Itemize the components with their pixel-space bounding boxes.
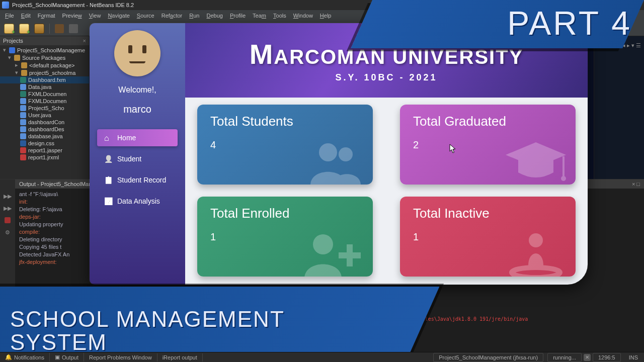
- projects-panel-close-icon[interactable]: ×: [83, 38, 86, 44]
- nav-data-analysis[interactable]: Data Analysis: [97, 193, 178, 210]
- nav-label: Data Analysis: [117, 197, 160, 205]
- tree-file[interactable]: design.css: [28, 140, 54, 146]
- app-icon: [2, 2, 9, 9]
- status-tab-notifications[interactable]: 🔔 Notifications: [0, 353, 50, 361]
- nav-home[interactable]: Home: [97, 129, 178, 146]
- java-icon: [20, 133, 26, 139]
- home-icon: [104, 134, 112, 142]
- java-icon: [20, 84, 26, 90]
- tree-default-pkg[interactable]: <default package>: [29, 62, 75, 68]
- svg-rect-7: [339, 252, 361, 258]
- toolbar-separator: [49, 24, 50, 34]
- card-title: Total Enrolled: [210, 206, 360, 221]
- dashboard-cards: Total Students 4 Total Graduated 2 Total…: [197, 105, 576, 277]
- card-total-inactive[interactable]: Total Inactive 1: [400, 197, 576, 277]
- menu-tools[interactable]: Tools: [270, 12, 289, 20]
- output-panel-close-icon[interactable]: × □: [632, 181, 640, 187]
- nav-student[interactable]: Student: [97, 150, 178, 167]
- card-total-graduated[interactable]: Total Graduated 2: [400, 105, 576, 185]
- chart-icon: [104, 197, 112, 205]
- tree-file[interactable]: Dashboard.fxm: [28, 77, 66, 83]
- status-tab-ireport[interactable]: iReport output: [157, 353, 203, 361]
- card-title: Total Inactive: [413, 206, 562, 221]
- new-file-button[interactable]: [4, 24, 14, 34]
- user-plus-icon: [300, 229, 366, 277]
- stop-icon[interactable]: [3, 216, 12, 225]
- username-label: marco: [123, 104, 151, 115]
- editor-tab-close[interactable]: ✕: [560, 23, 589, 38]
- tree-file[interactable]: dashboardDes: [28, 126, 64, 132]
- svg-point-1: [339, 147, 353, 161]
- welcome-label: Welcome!,: [118, 85, 156, 95]
- projects-panel-header: Projects ×: [0, 36, 89, 45]
- menu-navigate[interactable]: Navigate: [105, 12, 132, 20]
- tree-root[interactable]: Project5_SchoolManageme: [17, 47, 85, 53]
- menu-help[interactable]: Help: [317, 12, 335, 20]
- card-total-enrolled[interactable]: Total Enrolled 1: [197, 197, 373, 277]
- settings-icon[interactable]: ⚙: [3, 228, 12, 237]
- rerun-icon[interactable]: ▶▶: [3, 204, 12, 213]
- project-tree[interactable]: ▾Project5_SchoolManageme ▾Source Package…: [0, 45, 89, 162]
- app-window: Welcome!, marco Home Student Student Rec…: [90, 23, 588, 285]
- status-insert-mode: INS: [623, 354, 644, 360]
- output-panel-title: Output - Project5_SchoolManage: [19, 181, 101, 187]
- tree-file[interactable]: Data.java: [28, 84, 51, 90]
- window-title: Project5_SchoolManagement - NetBeans IDE…: [12, 2, 134, 8]
- svg-point-4: [561, 176, 566, 181]
- package-icon: [21, 62, 27, 68]
- status-tab-report-problems[interactable]: Report Problems Window: [84, 353, 157, 361]
- tree-file[interactable]: FXMLDocumen: [28, 91, 66, 97]
- tree-file[interactable]: report1.jasper: [28, 147, 62, 153]
- java-icon: [20, 112, 26, 118]
- tree-file[interactable]: database.java: [28, 133, 63, 139]
- tree-file[interactable]: FXMLDocumen: [28, 98, 66, 104]
- menu-run[interactable]: Run: [186, 12, 202, 20]
- tree-file[interactable]: User.java: [28, 112, 51, 118]
- menu-view[interactable]: View: [86, 12, 104, 20]
- app-main: MARCOMAN UNIVERSITY S.Y. 10BC - 2021 Tot…: [185, 23, 588, 285]
- java-icon: [20, 126, 26, 132]
- java-icon: [20, 98, 26, 104]
- nav-label: Student: [117, 155, 141, 163]
- report-icon: [20, 154, 26, 160]
- tree-pkg[interactable]: project5_schoolma: [29, 70, 75, 76]
- tree-src[interactable]: Source Packages: [22, 55, 65, 61]
- new-project-button[interactable]: [19, 24, 29, 34]
- package-icon: [21, 70, 27, 76]
- fxml-icon: [20, 77, 26, 83]
- nav-label: Student Record: [117, 176, 166, 184]
- nav-student-record[interactable]: Student Record: [97, 171, 178, 189]
- menu-debug[interactable]: Debug: [203, 12, 225, 20]
- menu-window[interactable]: Window: [290, 12, 316, 20]
- toolbar-icon[interactable]: [55, 24, 64, 33]
- open-project-button[interactable]: [34, 24, 44, 34]
- console-count: COUNT: 10: [40, 324, 67, 330]
- menu-file[interactable]: File: [2, 12, 17, 20]
- toolbar-icon[interactable]: [69, 24, 78, 33]
- svg-point-0: [319, 143, 337, 161]
- tree-file[interactable]: report1.jrxml: [28, 154, 59, 160]
- status-cancel-icon[interactable]: ✕: [584, 354, 591, 361]
- app-header: MARCOMAN UNIVERSITY S.Y. 10BC - 2021: [185, 23, 588, 98]
- rerun-icon[interactable]: ▶▶: [3, 192, 12, 201]
- card-title: Total Students: [210, 114, 360, 129]
- menu-bar: File Edit Format Preview View Navigate S…: [0, 10, 644, 21]
- users-icon: [305, 137, 366, 185]
- java-icon: [20, 119, 26, 125]
- editor-nav-arrows[interactable]: ◂ ▸ ▾ ☰: [622, 42, 641, 49]
- tree-file[interactable]: dashboardCon: [28, 119, 64, 125]
- status-tab-output[interactable]: ▣ Output: [50, 353, 84, 361]
- svg-point-8: [512, 267, 560, 277]
- menu-format[interactable]: Format: [35, 12, 58, 20]
- menu-source[interactable]: Source: [134, 12, 157, 20]
- tree-file[interactable]: Project5_Scho: [28, 105, 64, 111]
- school-year: S.Y. 10BC - 2021: [335, 72, 437, 83]
- menu-preview[interactable]: Preview: [59, 12, 85, 20]
- menu-edit[interactable]: Edit: [18, 12, 34, 20]
- clipboard-icon: [104, 176, 112, 184]
- card-total-students[interactable]: Total Students 4: [197, 105, 373, 185]
- project-icon: [9, 47, 15, 53]
- menu-profile[interactable]: Profile: [227, 12, 249, 20]
- menu-refactor[interactable]: Refactor: [158, 12, 186, 20]
- menu-team[interactable]: Team: [250, 12, 269, 20]
